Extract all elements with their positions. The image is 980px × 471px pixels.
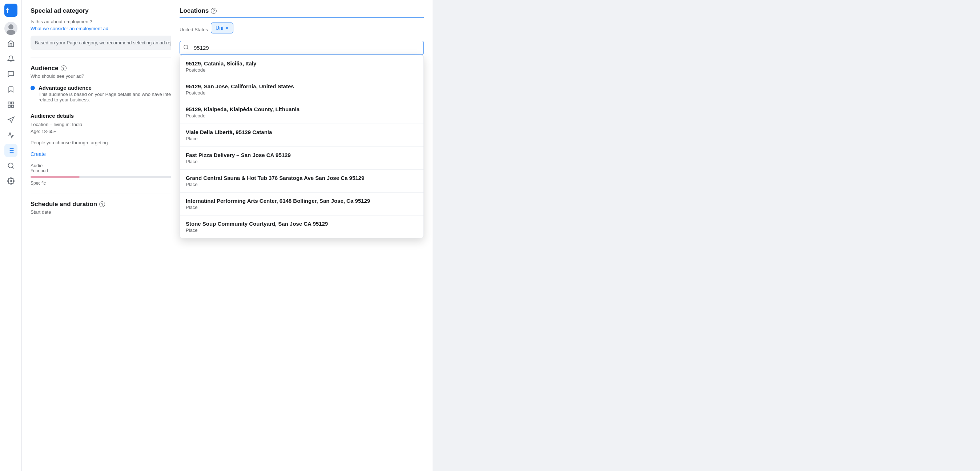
age-detail: Age: 18-65+ <box>30 129 194 134</box>
svg-rect-4 <box>8 102 10 104</box>
nav-grid[interactable] <box>4 98 18 111</box>
audience-details-title: Audience details <box>30 113 194 119</box>
result-4-title: Fast Pizza Delivery – San Jose CA 95129 <box>186 152 418 158</box>
location-result-0[interactable]: 95129, Catania, Sicilia, Italy Postcode <box>180 55 423 78</box>
schedule-header: Schedule and duration ? <box>30 200 194 208</box>
search-container: 95129, Catania, Sicilia, Italy Postcode … <box>180 41 424 55</box>
svg-point-16 <box>10 180 12 182</box>
svg-rect-6 <box>8 105 10 108</box>
nav-analytics[interactable] <box>4 129 18 142</box>
location-tag-uni[interactable]: Uni ✕ <box>211 22 233 33</box>
start-date-label: Start date <box>30 209 194 215</box>
result-0-title: 95129, Catania, Sicilia, Italy <box>186 60 418 67</box>
audience-header: Audience ? <box>30 65 194 72</box>
schedule-help-icon[interactable]: ? <box>99 201 105 207</box>
audience-size-label: Audie <box>30 163 194 168</box>
location-search-input[interactable] <box>180 41 424 55</box>
svg-line-18 <box>187 48 188 49</box>
result-2-subtitle: Postcode <box>186 113 418 118</box>
location-result-5[interactable]: Grand Central Sauna & Hot Tub 376 Sarato… <box>180 170 423 193</box>
svg-line-15 <box>12 167 13 169</box>
svg-rect-5 <box>11 102 13 104</box>
audience-help-icon[interactable]: ? <box>61 65 67 71</box>
location-result-6[interactable]: Internatinal Performing Arts Center, 614… <box>180 193 423 215</box>
user-avatar[interactable] <box>4 22 18 35</box>
people-targeting: People you choose through targeting <box>30 140 194 145</box>
section-divider-2 <box>30 193 194 193</box>
advantage-audience-row: Advantage audience This audience is base… <box>30 80 194 107</box>
result-7-title: Stone Soup Community Courtyard, San Jose… <box>186 221 418 227</box>
result-7-subtitle: Place <box>186 228 418 233</box>
schedule-section: Schedule and duration ? Start date <box>30 200 194 215</box>
result-1-title: 95129, San Jose, California, United Stat… <box>186 83 418 89</box>
left-navigation: f <box>0 0 22 471</box>
svg-point-17 <box>184 45 188 49</box>
location-result-1[interactable]: 95129, San Jose, California, United Stat… <box>180 78 423 101</box>
audience-title: Audience <box>30 65 59 72</box>
result-4-subtitle: Place <box>186 159 418 164</box>
result-3-title: Viale Della Libertà, 95129 Catania <box>186 129 418 135</box>
location-result-7[interactable]: Stone Soup Community Courtyard, San Jose… <box>180 215 423 238</box>
result-5-title: Grand Central Sauna & Hot Tub 376 Sarato… <box>186 175 418 181</box>
svg-point-14 <box>8 163 13 168</box>
special-ad-title: Special ad category <box>30 7 194 14</box>
nav-home[interactable] <box>4 37 18 50</box>
app-background: f <box>0 0 980 471</box>
uni-tag-text: Uni <box>216 25 223 31</box>
audience-section: Audience ? Who should see your ad? Advan… <box>30 65 194 186</box>
nav-ads[interactable] <box>4 113 18 126</box>
result-2-title: 95129, Klaipeda, Klaipėda County, Lithua… <box>186 106 418 112</box>
location-result-2[interactable]: 95129, Klaipeda, Klaipėda County, Lithua… <box>180 101 423 124</box>
location-result-3[interactable]: Viale Della Libertà, 95129 Catania Place <box>180 124 423 147</box>
nav-bookmarks[interactable] <box>4 83 18 96</box>
location-detail: Location – living in: India <box>30 122 194 127</box>
result-3-subtitle: Place <box>186 136 418 142</box>
specific-label: Specific <box>30 181 194 186</box>
country-label: United States <box>180 27 208 32</box>
nav-search[interactable] <box>4 159 18 172</box>
locations-panel: Locations ? United States Uni ✕ <box>171 0 433 471</box>
nav-pages[interactable] <box>4 144 18 157</box>
special-ad-section: Special ad category Is this ad about emp… <box>30 7 194 50</box>
employment-link[interactable]: What we consider an employment ad <box>30 26 194 31</box>
locations-header: Locations ? <box>180 7 424 18</box>
result-1-subtitle: Postcode <box>186 90 418 95</box>
nav-notifications[interactable] <box>4 53 18 65</box>
special-ad-info: Based on your Page category, we recommen… <box>30 36 194 50</box>
audience-size-desc: Your aud <box>30 168 194 173</box>
result-6-subtitle: Place <box>186 205 418 210</box>
uni-close-btn[interactable]: ✕ <box>225 26 229 30</box>
result-6-title: Internatinal Performing Arts Center, 614… <box>186 198 418 204</box>
locations-help-icon[interactable]: ? <box>211 8 216 14</box>
nav-messages[interactable] <box>4 68 18 81</box>
locations-title: Locations <box>180 7 208 14</box>
audience-subtitle: Who should see your ad? <box>30 73 194 79</box>
main-content: Special ad category Is this ad about emp… <box>22 0 980 471</box>
search-icon <box>183 45 189 52</box>
location-dropdown: 95129, Catania, Sicilia, Italy Postcode … <box>180 55 424 239</box>
svg-rect-7 <box>11 105 13 108</box>
svg-text:f: f <box>6 6 9 14</box>
result-0-subtitle: Postcode <box>186 67 418 73</box>
create-link[interactable]: Create <box>30 151 194 157</box>
meta-logo[interactable]: f <box>4 4 18 17</box>
section-divider-1 <box>30 57 194 57</box>
nav-settings[interactable] <box>4 175 18 188</box>
employment-question: Is this ad about employment? <box>30 19 194 24</box>
svg-point-3 <box>6 30 15 35</box>
result-5-subtitle: Place <box>186 182 418 187</box>
schedule-title: Schedule and duration <box>30 200 97 208</box>
advantage-dot <box>30 86 35 90</box>
location-result-4[interactable]: Fast Pizza Delivery – San Jose CA 95129 … <box>180 147 423 170</box>
svg-point-2 <box>8 24 13 29</box>
